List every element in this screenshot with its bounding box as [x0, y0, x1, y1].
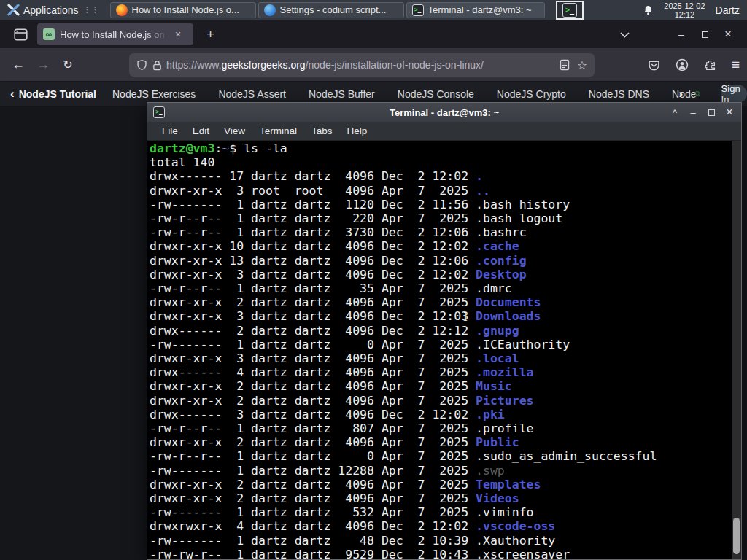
tab-close-icon[interactable]: ×	[173, 28, 183, 40]
reload-button[interactable]: ↻	[55, 58, 80, 71]
browser-tab-active[interactable]: ∞ How to Install Node.js on ×	[37, 23, 193, 45]
ls-filename: Music	[476, 379, 512, 393]
ls-row: drwxr-xr-x 3 dartz dartz 4096 Apr 7 2025…	[150, 351, 729, 365]
firefox-view-icon[interactable]	[12, 26, 30, 43]
menu-terminal[interactable]: Terminal	[252, 125, 304, 136]
lock-icon[interactable]	[152, 60, 162, 71]
ls-output: drwx------ 17 dartz dartz 4096 Dec 2 12:…	[150, 169, 729, 559]
maximize-button[interactable]	[705, 107, 717, 118]
ls-row: drwxr-xr-x 2 dartz dartz 4096 Apr 7 2025…	[150, 379, 729, 393]
menu-hamburger-icon[interactable]: ≡	[732, 57, 740, 73]
firefox-tab-bar: ∞ How to Install Node.js on × + – ×	[0, 20, 747, 48]
menu-view[interactable]: View	[217, 125, 252, 136]
extensions-puzzle-icon[interactable]	[704, 59, 716, 71]
ls-row: drwxr-xr-x 3 dartz dartz 4096 Dec 2 12:0…	[150, 268, 729, 281]
ls-row: drwxr-xr-x 2 dartz dartz 4096 Apr 7 2025…	[150, 435, 729, 449]
window-button-firefox[interactable]: How to Install Node.js o...	[110, 2, 256, 18]
ls-filename: .pki	[476, 408, 505, 421]
terminal-title-bar[interactable]: >_ Terminal - dartz@vm3: ~ ^ – ×	[147, 103, 741, 122]
ls-row: -rw-r--r-- 1 dartz dartz 3730 Dec 2 12:0…	[150, 225, 729, 239]
terminal-output[interactable]: dartz@vm3:~$ ls -la total 140 drwx------…	[147, 141, 741, 559]
toolbar-right-icons: ≡	[648, 48, 740, 82]
window-button-codium[interactable]: Settings - codium script...	[258, 2, 404, 18]
nav-link-nodejs-dns[interactable]: NodeJS DNS	[589, 88, 649, 100]
ls-row: drwx------ 2 dartz dartz 4096 Dec 2 12:1…	[150, 324, 729, 338]
shade-button[interactable]: ^	[669, 107, 681, 118]
tray-terminal-launcher[interactable]: >_	[556, 1, 584, 20]
forward-button[interactable]: →	[31, 57, 55, 72]
scroll-right-chevron-icon[interactable]: ›	[679, 87, 684, 101]
mouse-text-cursor: I	[462, 311, 469, 323]
back-button[interactable]: ←	[6, 57, 31, 72]
terminal-scrollbar[interactable]	[732, 141, 741, 559]
ls-filename: ..	[476, 184, 490, 198]
account-icon[interactable]	[676, 58, 689, 71]
nav-link-node[interactable]: Node	[672, 88, 696, 100]
notification-bell-icon[interactable]	[643, 4, 654, 16]
prompt-cwd: ~	[222, 141, 229, 155]
nav-link-nodejs-exercises[interactable]: NodeJS Exercises	[112, 88, 196, 100]
ls-row: drwxr-xr-x 2 dartz dartz 4096 Apr 7 2025…	[150, 478, 729, 491]
url-text: https://www.geeksforgeeks.org/node-js/in…	[166, 59, 554, 71]
menu-tabs[interactable]: Tabs	[304, 125, 340, 136]
ls-filename: Documents	[476, 295, 541, 309]
pocket-icon[interactable]	[648, 59, 660, 71]
window-button-list: How to Install Node.js o... Settings - c…	[110, 2, 545, 18]
ls-row: drwxr-xr-x 3 dartz dartz 4096 Dec 2 12:0…	[150, 309, 729, 323]
minimize-button[interactable]: –	[687, 107, 699, 118]
ls-row: -rw------- 1 dartz dartz 0 Apr 7 2025 .I…	[150, 338, 729, 351]
terminal-scrollbar-thumb[interactable]	[733, 518, 740, 554]
ls-filename: Public	[476, 435, 519, 449]
bookmark-star-icon[interactable]: ☆	[577, 58, 587, 72]
nav-link-list: NodeJS ExercisesNodeJS AssertNodeJS Buff…	[112, 88, 697, 100]
nav-link-nodejs-assert[interactable]: NodeJS Assert	[218, 88, 286, 100]
user-menu[interactable]: Dartz	[716, 4, 740, 16]
command-text: ls -la	[244, 141, 287, 155]
ls-row: drwx------ 3 dartz dartz 4096 Dec 2 12:0…	[150, 408, 729, 421]
ls-filename: .dmrc	[476, 281, 512, 295]
menu-file[interactable]: File	[155, 125, 185, 136]
close-button[interactable]: ×	[724, 106, 735, 119]
reader-view-icon[interactable]	[560, 59, 570, 71]
menu-edit[interactable]: Edit	[185, 125, 217, 136]
tracking-shield-icon[interactable]	[136, 59, 147, 71]
ls-filename: .local	[476, 351, 519, 365]
nav-link-nodejs-crypto[interactable]: NodeJS Crypto	[497, 88, 566, 100]
total-line: total 140	[150, 155, 729, 169]
ls-filename: .xscreensaver	[476, 548, 570, 559]
ls-filename: .bashrc	[476, 225, 527, 239]
codium-icon	[264, 4, 276, 16]
url-bar[interactable]: https://www.geeksforgeeks.org/node-js/in…	[129, 53, 595, 77]
window-controls: – ×	[613, 27, 747, 42]
terminal-window: >_ Terminal - dartz@vm3: ~ ^ – × FileEdi…	[147, 102, 742, 560]
menu-help[interactable]: Help	[340, 125, 375, 136]
ls-row: drwxr-xr-x 2 dartz dartz 4096 Apr 7 2025…	[150, 394, 729, 408]
terminal-menu-bar: FileEditViewTerminalTabsHelp	[147, 122, 741, 141]
terminal-window-controls: ^ – ×	[669, 106, 735, 119]
minimize-button[interactable]: –	[670, 28, 693, 40]
maximize-button[interactable]	[693, 28, 716, 40]
ls-row: -rw-r--r-- 1 dartz dartz 220 Apr 7 2025 …	[150, 211, 729, 225]
geeksforgeeks-favicon: ∞	[43, 28, 55, 40]
list-all-tabs-chevron-icon[interactable]	[613, 28, 636, 40]
firefox-icon	[116, 4, 128, 16]
taskbar-right: 2025-12-02 12:12 Dartz	[643, 1, 743, 19]
nav-link-nodejs-buffer[interactable]: NodeJS Buffer	[309, 88, 375, 100]
ls-filename: .gnupg	[476, 324, 519, 338]
nav-link-nodejs-console[interactable]: NodeJS Console	[398, 88, 474, 100]
search-icon[interactable]	[694, 87, 700, 101]
applications-menu-button[interactable]: Applications ⋮⋮	[4, 1, 103, 19]
nav-link-active[interactable]: NodeJS Tutorial	[19, 88, 96, 100]
close-button[interactable]: ×	[716, 27, 740, 42]
tab-title: How to Install Node.js on	[60, 29, 168, 40]
ls-filename: .mozilla	[476, 365, 533, 379]
scroll-left-chevron-icon[interactable]: ‹	[10, 87, 15, 101]
window-button-terminal[interactable]: >_ Terminal - dartz@vm3: ~	[406, 2, 545, 18]
window-button-title: Terminal - dartz@vm3: ~	[428, 4, 532, 15]
ls-filename: .bash_history	[476, 198, 570, 211]
clock[interactable]: 2025-12-02 12:12	[664, 1, 705, 19]
new-tab-button[interactable]: +	[202, 26, 219, 42]
taskbar: Applications ⋮⋮ How to Install Node.js o…	[0, 0, 747, 20]
sign-in-button[interactable]: Sign In	[721, 85, 747, 103]
ls-filename: .Xauthority	[476, 534, 555, 548]
